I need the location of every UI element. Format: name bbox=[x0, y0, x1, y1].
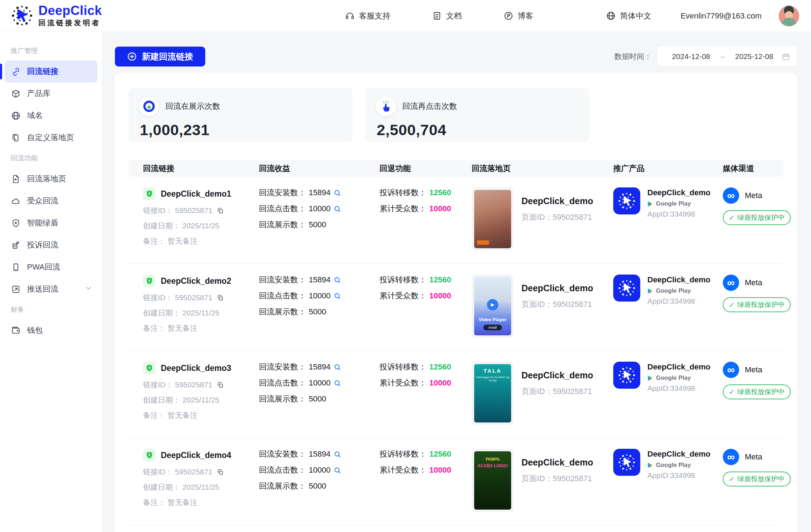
check-icon: ✓ bbox=[729, 301, 735, 309]
account-email[interactable]: Evenlin7799@163.com bbox=[680, 11, 762, 21]
impressions-value: 5000 bbox=[309, 482, 326, 491]
cloud-icon bbox=[11, 196, 21, 206]
magnifier-icon[interactable] bbox=[333, 292, 341, 300]
table-row: DeepClick_demo1 链接ID：595025871 创建日期：2025… bbox=[128, 177, 783, 264]
magnifier-icon[interactable] bbox=[333, 379, 341, 387]
audience-label: 累计受众数： bbox=[380, 465, 426, 475]
sidebar-item-shield[interactable]: 智能绿盾 bbox=[5, 212, 97, 234]
installs-label: 回流安装数： bbox=[259, 275, 306, 285]
product-appid: AppID:334998 bbox=[647, 210, 710, 218]
product-name: DeepClick_demo bbox=[647, 275, 710, 284]
box-icon bbox=[11, 89, 21, 99]
magnifier-icon[interactable] bbox=[333, 189, 341, 197]
nav-docs[interactable]: 文档 bbox=[432, 11, 462, 21]
channel-name: Meta bbox=[745, 452, 762, 462]
sidebar-item-cloud[interactable]: 受众回流 bbox=[5, 190, 97, 212]
impressions-value: 5000 bbox=[309, 307, 326, 316]
magnifier-icon[interactable] bbox=[333, 450, 341, 458]
check-icon: ✓ bbox=[729, 388, 735, 396]
sidebar-item-label: 自定义落地页 bbox=[27, 132, 74, 143]
date-range-picker[interactable]: 2024-12-08 – 2025-12-08 bbox=[657, 47, 797, 66]
calendar-icon[interactable] bbox=[781, 52, 790, 61]
sidebar-item-label: 域名 bbox=[27, 110, 43, 121]
sidebar-item-link[interactable]: 回流链接 bbox=[5, 60, 97, 83]
copy-icon[interactable] bbox=[214, 468, 224, 476]
globe-icon bbox=[11, 111, 21, 121]
landing-thumb-frame[interactable]: TALA Kasangga mo sa laban ng buhay bbox=[472, 362, 514, 425]
header-nav: 客服支持 文档 博客 bbox=[345, 11, 533, 21]
avatar[interactable] bbox=[779, 6, 799, 26]
magnifier-icon[interactable] bbox=[333, 466, 341, 474]
sidebar-item-label: 回流链接 bbox=[27, 66, 58, 77]
copy-icon[interactable] bbox=[214, 294, 224, 302]
cell-backflow-revenue: 回流安装数：15894 回流点击数：10000 回流展示数：5000 bbox=[259, 275, 380, 351]
link-id-label: 链接ID： bbox=[143, 467, 173, 477]
google-play-label: Google Play bbox=[656, 200, 691, 207]
nav-blog[interactable]: 博客 bbox=[504, 11, 533, 21]
landing-thumb: TALA Kasangga mo sa laban ng buhay bbox=[474, 364, 511, 422]
check-icon: ✓ bbox=[729, 214, 735, 222]
audience-label: 累计受众数： bbox=[380, 291, 426, 301]
date-end-value[interactable]: 2025-12-08 bbox=[727, 52, 781, 61]
copy-icon[interactable] bbox=[214, 381, 224, 389]
meta-icon: ∞ bbox=[723, 362, 739, 378]
brand-logo: DeepClick 回流链接发明者 bbox=[0, 4, 102, 28]
main-area: 新建回流链接 数据时间： 2024-12-08 – 2025-12-08 回流在… bbox=[102, 32, 811, 532]
impressions-label: 回流展示数： bbox=[259, 481, 306, 491]
col-backflow-revenue: 回流收益 bbox=[259, 163, 380, 174]
deepclick-app-icon bbox=[613, 187, 640, 214]
magnifier-icon[interactable] bbox=[333, 276, 341, 284]
green-shield-icon bbox=[143, 187, 156, 200]
landing-thumb-frame[interactable]: Video Player Install bbox=[472, 275, 514, 338]
audience-value: 10000 bbox=[429, 378, 451, 388]
complaints-value: 12560 bbox=[429, 275, 451, 284]
landing-name: DeepClick_demo bbox=[521, 196, 593, 206]
date-start-value[interactable]: 2024-12-08 bbox=[664, 52, 719, 61]
complaints-label: 投诉转移数： bbox=[380, 275, 426, 285]
nav-support-label: 客服支持 bbox=[359, 11, 390, 21]
landing-name: DeepClick_demo bbox=[521, 370, 593, 381]
landing-name: DeepClick_demo bbox=[521, 283, 593, 293]
link-name: DeepClick_demo1 bbox=[161, 189, 231, 199]
sidebar-item-box[interactable]: 产品库 bbox=[5, 83, 97, 105]
sidebar-item-phone[interactable]: PWA回流 bbox=[5, 256, 97, 278]
meta-icon: ∞ bbox=[723, 449, 739, 465]
magnifier-icon[interactable] bbox=[333, 363, 341, 371]
copy-icon[interactable] bbox=[214, 207, 224, 214]
impressions-label: 回流展示数： bbox=[259, 219, 306, 230]
cell-promoted-product: DeepClick_demo Google Play AppID:334998 bbox=[613, 449, 723, 525]
protection-badge-label: 绿盾投放保护中 bbox=[737, 300, 785, 309]
nav-support[interactable]: 客服支持 bbox=[345, 11, 390, 21]
document-icon bbox=[432, 11, 442, 21]
landing-thumb bbox=[474, 190, 511, 248]
sidebar-item-label: 智能绿盾 bbox=[27, 218, 58, 228]
link-icon bbox=[11, 67, 21, 76]
landing-thumb-frame[interactable] bbox=[472, 187, 514, 251]
brand-tagline: 回流链接发明者 bbox=[38, 18, 102, 28]
sidebar-item-complaint[interactable]: 投诉回流 bbox=[5, 234, 97, 256]
page-id-value: 595025871 bbox=[553, 387, 592, 396]
channel-name: Meta bbox=[745, 278, 762, 287]
sidebar-item-label: PWA回流 bbox=[27, 262, 60, 272]
page-return-icon bbox=[11, 174, 21, 184]
new-backflow-link-button[interactable]: 新建回流链接 bbox=[115, 47, 205, 66]
link-name: DeepClick_demo3 bbox=[161, 363, 231, 373]
chevron-down-icon[interactable] bbox=[85, 284, 92, 294]
content-panel: 回流在展示次数 1,000,231 回流再点击次数 2,500,704 bbox=[115, 73, 797, 532]
phone-icon bbox=[11, 262, 21, 272]
sidebar-item-wallet[interactable]: 钱包 bbox=[5, 319, 97, 341]
landing-thumb-frame[interactable]: PKBPG ACABA LOGO! bbox=[472, 449, 514, 512]
sidebar-item-device[interactable]: 自定义落地页 bbox=[5, 127, 97, 149]
sidebar-item-push[interactable]: 推送回流 bbox=[5, 278, 97, 300]
sidebar-item-globe[interactable]: 域名 bbox=[5, 105, 97, 127]
sidebar-item-page-return[interactable]: 回流落地页 bbox=[5, 168, 97, 190]
deepclick-logo-icon bbox=[11, 4, 33, 27]
thumb-line1: PKBPG bbox=[486, 457, 499, 461]
toolbar: 新建回流链接 数据时间： 2024-12-08 – 2025-12-08 bbox=[115, 47, 797, 66]
language-switcher[interactable]: 简体中文 bbox=[606, 11, 651, 21]
link-name: DeepClick_demo2 bbox=[161, 276, 231, 286]
magnifier-icon[interactable] bbox=[333, 205, 341, 213]
stat-impressions-label: 回流在展示次数 bbox=[165, 101, 220, 112]
google-play-icon bbox=[647, 201, 653, 207]
cell-fallback-function: 投诉转移数：12560 累计受众数：10000 bbox=[380, 275, 472, 351]
